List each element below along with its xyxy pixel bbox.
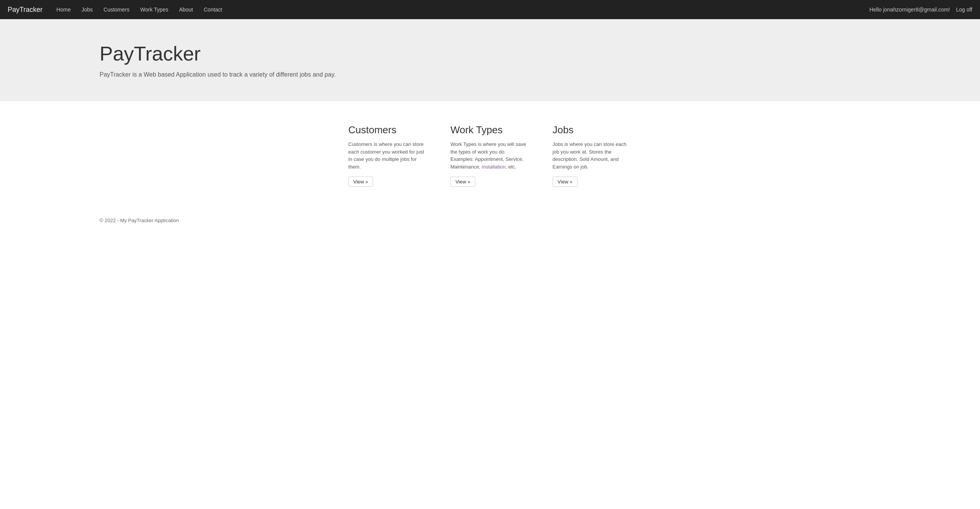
jobs-card: Jobs Jobs is where you can store each jo… — [553, 124, 632, 187]
hero-title: PayTracker — [100, 42, 880, 65]
hero-section: PayTracker PayTracker is a Web based App… — [0, 19, 980, 101]
work-types-card-description: Work Types is where you will save the ty… — [450, 141, 530, 170]
nav-user-greeting: Hello jonahzorniger8@gmail.com! — [869, 7, 950, 13]
jobs-card-title: Jobs — [553, 124, 632, 136]
cards-row: Customers Customers is where you can sto… — [348, 124, 632, 187]
nav-link-customers[interactable]: Customers — [99, 4, 134, 15]
customers-card: Customers Customers is where you can sto… — [348, 124, 428, 187]
work-types-card: Work Types Work Types is where you will … — [450, 124, 530, 187]
nav-links: HomeJobsCustomersWork TypesAboutContact — [52, 4, 227, 15]
nav-link-jobs[interactable]: Jobs — [77, 4, 98, 15]
nav-link-work-types[interactable]: Work Types — [136, 4, 173, 15]
customers-card-title: Customers — [348, 124, 428, 136]
nav-left: PayTracker HomeJobsCustomersWork TypesAb… — [8, 4, 227, 15]
work-types-desc-link[interactable]: Installation — [482, 164, 506, 170]
jobs-view-button[interactable]: View » — [553, 177, 578, 187]
nav-brand[interactable]: PayTracker — [8, 6, 43, 14]
nav-link-contact[interactable]: Contact — [199, 4, 227, 15]
footer: © 2022 - My PayTracker Application — [0, 210, 980, 231]
main-content: Customers Customers is where you can sto… — [249, 116, 731, 210]
work-types-view-button[interactable]: View » — [450, 177, 475, 187]
navbar: PayTracker HomeJobsCustomersWork TypesAb… — [0, 0, 980, 19]
nav-logout-link[interactable]: Log off — [956, 7, 972, 13]
footer-text: © 2022 - My PayTracker Application — [100, 218, 179, 223]
customers-view-button[interactable]: View » — [348, 177, 373, 187]
customers-card-description: Customers is where you can store each cu… — [348, 141, 428, 170]
hero-subtitle: PayTracker is a Web based Application us… — [100, 71, 880, 78]
nav-link-about[interactable]: About — [174, 4, 198, 15]
work-types-desc-after: , etc. — [506, 164, 516, 170]
jobs-card-description: Jobs is where you can store each job you… — [553, 141, 632, 170]
work-types-card-title: Work Types — [450, 124, 530, 136]
nav-link-home[interactable]: Home — [52, 4, 75, 15]
nav-right: Hello jonahzorniger8@gmail.com! Log off — [869, 7, 972, 13]
